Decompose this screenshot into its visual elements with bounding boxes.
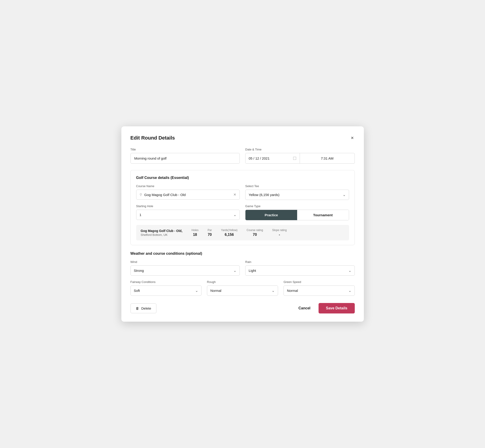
rain-label: Rain — [245, 260, 355, 264]
wind-label: Wind — [130, 260, 240, 264]
course-name-label: Course Name — [136, 184, 240, 188]
yards-value: 6,156 — [225, 233, 234, 237]
modal-header: Edit Round Details × — [130, 135, 355, 141]
course-name-input-wrap[interactable]: ⚲ ✕ — [136, 190, 240, 200]
delete-label: Delete — [141, 306, 151, 310]
right-footer: Cancel Save Details — [294, 303, 355, 313]
date-input[interactable]: 05 / 12 / 2021 ☐ — [245, 153, 300, 164]
course-rating-label: Course rating — [247, 229, 263, 232]
modal-title: Edit Round Details — [130, 135, 175, 141]
course-stat-holes: Holes 18 — [192, 229, 199, 237]
footer-row: 🗑 Delete Cancel Save Details — [130, 303, 355, 313]
date-value: 05 / 12 / 2021 — [249, 156, 270, 160]
course-rating-value: 70 — [253, 233, 257, 237]
chevron-down-icon-2: ⌄ — [233, 213, 236, 217]
tournament-button[interactable]: Tournament — [297, 210, 349, 220]
chevron-down-icon-7: ⌄ — [348, 288, 351, 293]
rough-group: Rough Normal ⌄ — [207, 280, 278, 296]
starting-hole-value: 1 — [140, 213, 141, 217]
chevron-down-icon: ⌄ — [343, 192, 346, 197]
edit-round-modal: Edit Round Details × Title Date & Time 0… — [121, 126, 364, 322]
green-speed-label: Green Speed — [283, 280, 355, 284]
conditions-row: Fairway Conditions Soft ⌄ Rough Normal ⌄… — [130, 280, 355, 296]
holes-label: Holes — [192, 229, 199, 232]
game-type-label: Game Type — [245, 204, 349, 208]
golf-course-section-title: Golf Course details (Essential) — [136, 176, 349, 180]
chevron-down-icon-4: ⌄ — [348, 268, 351, 273]
green-speed-value: Normal — [287, 289, 298, 293]
chevron-down-icon-5: ⌄ — [195, 288, 198, 293]
rain-group: Rain Light ⌄ — [245, 260, 355, 276]
course-stat-course-rating: Course rating 70 — [247, 229, 263, 237]
starting-hole-label: Starting Hole — [136, 204, 240, 208]
rain-value: Light — [249, 269, 256, 272]
hole-gametype-row: Starting Hole 1 ⌄ Game Type Practice Tou… — [136, 204, 349, 220]
save-button[interactable]: Save Details — [319, 303, 355, 313]
date-time-label: Date & Time — [245, 148, 355, 151]
slope-rating-value: - — [279, 233, 280, 237]
wind-value: Strong — [134, 269, 144, 272]
wind-dropdown[interactable]: Strong ⌄ — [130, 265, 240, 276]
top-row: Title Date & Time 05 / 12 / 2021 ☐ 7:31 … — [130, 148, 355, 164]
time-input[interactable]: 7:31 AM — [300, 153, 355, 164]
game-type-group: Game Type Practice Tournament — [245, 204, 349, 220]
trash-icon: 🗑 — [136, 306, 139, 310]
holes-value: 18 — [193, 233, 197, 237]
select-tee-value: Yellow (6,156 yards) — [249, 193, 279, 197]
title-label: Title — [130, 148, 240, 151]
course-name-group: Course Name ⚲ ✕ — [136, 184, 240, 200]
select-tee-label: Select Tee — [245, 184, 349, 188]
fairway-group: Fairway Conditions Soft ⌄ — [130, 280, 202, 296]
par-label: Par — [208, 229, 212, 232]
course-info-bar: Gog Magog Golf Club - Old, Shelford Bott… — [136, 225, 349, 240]
delete-button[interactable]: 🗑 Delete — [130, 304, 156, 313]
course-info-name: Gog Magog Golf Club - Old, — [141, 229, 183, 233]
chevron-down-icon-6: ⌄ — [272, 288, 275, 293]
fairway-label: Fairway Conditions — [130, 280, 202, 284]
clear-course-icon[interactable]: ✕ — [233, 192, 236, 197]
rough-label: Rough — [207, 280, 278, 284]
fairway-dropdown[interactable]: Soft ⌄ — [130, 286, 202, 296]
course-info-name-block: Gog Magog Golf Club - Old, Shelford Bott… — [141, 229, 183, 237]
wind-rain-row: Wind Strong ⌄ Rain Light ⌄ — [130, 260, 355, 276]
rough-value: Normal — [210, 289, 221, 293]
fairway-value: Soft — [134, 289, 140, 293]
title-input[interactable] — [130, 153, 240, 164]
select-tee-group: Select Tee Yellow (6,156 yards) ⌄ — [245, 184, 349, 200]
green-speed-group: Green Speed Normal ⌄ — [283, 280, 355, 296]
course-stat-par: Par 70 — [208, 229, 212, 237]
starting-hole-group: Starting Hole 1 ⌄ — [136, 204, 240, 220]
starting-hole-dropdown[interactable]: 1 ⌄ — [136, 210, 240, 220]
title-field-group: Title — [130, 148, 240, 164]
weather-section: Weather and course conditions (optional)… — [130, 252, 355, 296]
date-time-inputs: 05 / 12 / 2021 ☐ 7:31 AM — [245, 153, 355, 164]
golf-course-section: Golf Course details (Essential) Course N… — [130, 170, 355, 245]
search-icon: ⚲ — [140, 192, 142, 197]
course-stat-yards: Yards(Yellow) 6,156 — [221, 229, 237, 237]
practice-button[interactable]: Practice — [245, 210, 297, 220]
course-tee-row: Course Name ⚲ ✕ Select Tee Yellow (6,156… — [136, 184, 349, 200]
close-button[interactable]: × — [350, 135, 355, 141]
calendar-icon: ☐ — [293, 156, 297, 161]
select-tee-dropdown[interactable]: Yellow (6,156 yards) ⌄ — [245, 190, 349, 200]
par-value: 70 — [208, 233, 212, 237]
wind-group: Wind Strong ⌄ — [130, 260, 240, 276]
game-type-toggle: Practice Tournament — [245, 210, 349, 220]
chevron-down-icon-3: ⌄ — [233, 268, 236, 273]
time-value: 7:31 AM — [321, 156, 333, 160]
green-speed-dropdown[interactable]: Normal ⌄ — [283, 286, 355, 296]
course-name-input[interactable] — [144, 193, 231, 197]
yards-label: Yards(Yellow) — [221, 229, 237, 232]
course-info-location: Shelford Bottom, UK — [141, 233, 183, 237]
date-time-group: Date & Time 05 / 12 / 2021 ☐ 7:31 AM — [245, 148, 355, 164]
rain-dropdown[interactable]: Light ⌄ — [245, 265, 355, 276]
course-stat-slope-rating: Slope rating - — [272, 229, 287, 237]
slope-rating-label: Slope rating — [272, 229, 287, 232]
cancel-button[interactable]: Cancel — [294, 304, 315, 313]
weather-section-title: Weather and course conditions (optional) — [130, 252, 355, 256]
rough-dropdown[interactable]: Normal ⌄ — [207, 286, 278, 296]
